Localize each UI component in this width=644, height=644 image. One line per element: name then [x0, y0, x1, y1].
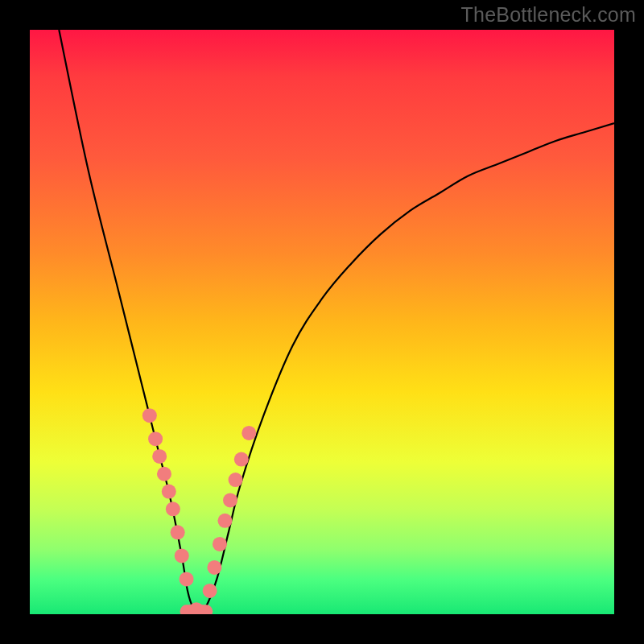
marker-dot: [223, 493, 237, 507]
marker-dot: [166, 502, 180, 516]
marker-dot: [162, 485, 176, 499]
highlight-markers: [142, 408, 256, 614]
marker-dot: [203, 584, 217, 598]
bottleneck-curve: [59, 30, 614, 612]
marker-dot: [180, 572, 194, 586]
curve-layer: [30, 30, 614, 614]
plot-area: [30, 30, 614, 614]
marker-dot: [157, 467, 171, 481]
marker-dot: [207, 560, 221, 575]
marker-dot: [229, 473, 243, 487]
marker-dot: [148, 431, 163, 446]
marker-dot: [234, 452, 249, 467]
marker-dot: [142, 408, 157, 423]
chart-frame: TheBottleneck.com: [0, 0, 644, 644]
marker-dot: [175, 548, 189, 563]
marker-dot: [152, 449, 167, 464]
marker-dot: [171, 525, 185, 539]
marker-dot: [217, 514, 232, 528]
marker-dot: [213, 537, 227, 551]
watermark-text: TheBottleneck.com: [461, 3, 636, 27]
marker-dot: [242, 426, 256, 440]
